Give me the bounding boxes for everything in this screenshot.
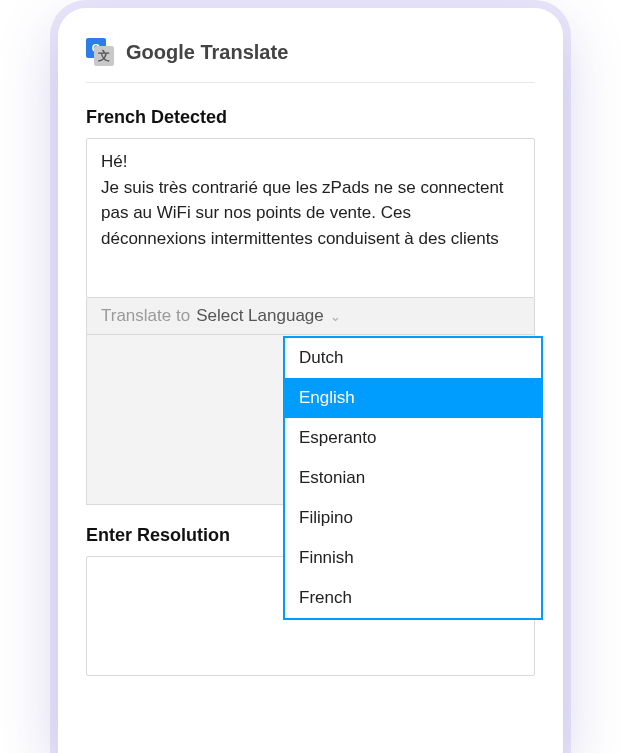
- language-option[interactable]: Dutch: [285, 338, 541, 378]
- translate-panel: G 文 Google Translate French Detected Hé!…: [58, 8, 563, 753]
- language-option[interactable]: Esperanto: [285, 418, 541, 458]
- language-dropdown[interactable]: DutchEnglishEsperantoEstonianFilipinoFin…: [283, 336, 543, 620]
- panel-title: Google Translate: [126, 41, 288, 64]
- language-option[interactable]: Finnish: [285, 538, 541, 578]
- language-option[interactable]: English: [285, 378, 541, 418]
- language-select-value: Select Language: [196, 306, 324, 326]
- language-option[interactable]: Filipino: [285, 498, 541, 538]
- chevron-down-icon: ⌄: [330, 309, 341, 324]
- language-select[interactable]: Select Language ⌄: [196, 306, 341, 326]
- source-text-box[interactable]: Hé!Je suis très contrarié que les zPads …: [86, 138, 535, 298]
- translate-to-bar: Translate to Select Language ⌄ DutchEngl…: [86, 298, 535, 335]
- language-option[interactable]: French: [285, 578, 541, 618]
- detected-language-heading: French Detected: [86, 107, 535, 128]
- google-translate-icon: G 文: [86, 38, 114, 66]
- translate-icon-grey: 文: [94, 46, 114, 66]
- translate-to-label: Translate to: [101, 306, 190, 326]
- panel-header: G 文 Google Translate: [86, 38, 535, 83]
- language-option[interactable]: Estonian: [285, 458, 541, 498]
